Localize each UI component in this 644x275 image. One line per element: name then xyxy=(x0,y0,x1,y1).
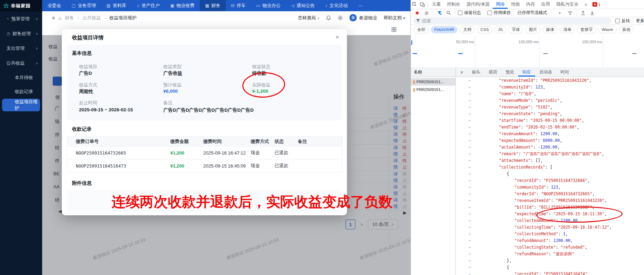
collapse-toggle-icon[interactable]: − xyxy=(468,211,471,217)
collapse-toggle-icon[interactable]: − xyxy=(468,257,471,264)
collapse-toggle-icon[interactable]: − xyxy=(468,151,471,157)
detail-tab-响应[interactable]: 响应 xyxy=(518,67,535,77)
collapse-toggle-icon[interactable]: − xyxy=(468,104,471,111)
collapse-toggle-icon[interactable]: − xyxy=(468,97,471,104)
import-har-icon[interactable] xyxy=(579,9,587,17)
request-list-header[interactable]: 名称 xyxy=(411,67,455,77)
throttling-dropdown[interactable]: 已停用节流模式▾ xyxy=(518,10,561,16)
chip-其他[interactable]: 其他 xyxy=(619,26,634,33)
device-toolbar-icon[interactable] xyxy=(419,0,426,9)
chip-套接字[interactable]: 套接字 xyxy=(577,26,596,33)
tab-网络[interactable]: 网络 xyxy=(493,0,508,9)
collapse-toggle-icon[interactable]: − xyxy=(468,124,471,131)
nav-item-通知公告[interactable]: ◁通知公告 xyxy=(286,0,320,11)
collapse-toggle-icon[interactable]: − xyxy=(468,144,471,151)
chip-Fetch/XHR[interactable]: Fetch/XHR xyxy=(431,26,458,33)
tab-源代码/来源[interactable]: 源代码/来源 xyxy=(464,0,493,9)
network-overview-timeline[interactable]: 50,000 ms100,000 ms150,000 ms200,000 ms xyxy=(411,35,644,68)
chip-媒体[interactable]: 媒体 xyxy=(543,26,558,33)
sidebar-item-支出管理[interactable]: 支出管理∨ xyxy=(0,41,42,56)
collapse-toggle-icon[interactable]: − xyxy=(468,91,471,97)
sidebar-subitem-收款记录[interactable]: 收款记录 xyxy=(0,85,42,99)
close-icon[interactable]: × xyxy=(456,69,468,75)
chip-图片[interactable]: 图片 xyxy=(525,26,540,33)
collapse-toggle-icon[interactable]: − xyxy=(468,164,471,171)
export-har-icon[interactable] xyxy=(588,9,596,17)
collapse-toggle-icon[interactable]: − xyxy=(468,244,471,251)
invert-checkbox[interactable]: 反转 xyxy=(615,18,630,24)
breadcrumb-财务[interactable]: 财务 xyxy=(65,15,74,21)
nav-item-财务[interactable]: ▦财务 xyxy=(200,0,225,11)
collapse-toggle-icon[interactable]: − xyxy=(468,264,471,271)
filter-input[interactable]: 过滤 xyxy=(413,18,611,24)
grid-view-icon[interactable] xyxy=(392,27,396,32)
collapse-toggle-icon[interactable]: − xyxy=(468,217,471,224)
gear-icon[interactable] xyxy=(337,15,343,21)
detail-tab-载荷[interactable]: 载荷 xyxy=(485,67,501,77)
sidebar-subitem-收益项目维护[interactable]: 收益项目维护 xyxy=(2,99,40,111)
breadcrumb-收益项目维护[interactable]: 收益项目维护 xyxy=(109,15,137,21)
breadcrumb-公共收益[interactable]: 公共收益 xyxy=(83,15,101,21)
inspect-element-icon[interactable] xyxy=(411,0,419,9)
detail-tab-启动器[interactable]: 启动器 xyxy=(535,67,556,77)
collapse-toggle-icon[interactable]: − xyxy=(468,224,471,231)
home-icon[interactable]: ⌂ xyxy=(58,15,61,21)
collapse-toggle-icon[interactable]: − xyxy=(468,177,471,184)
collapse-toggle-icon[interactable]: − xyxy=(468,137,471,144)
sidebar-item-财务处理[interactable]: ◷财务处理∨ xyxy=(0,26,42,41)
nav-item-物业办公[interactable]: ▭物业办公 xyxy=(251,0,286,11)
collapse-toggle-icon[interactable]: − xyxy=(468,197,471,204)
tab-元素[interactable]: 元素 xyxy=(429,0,444,9)
bell-icon[interactable] xyxy=(326,15,331,21)
close-icon[interactable]: × xyxy=(335,33,339,41)
collapse-toggle-icon[interactable]: − xyxy=(468,117,471,124)
request-row[interactable]: {}PRR2509151... xyxy=(411,86,455,93)
chip-字体[interactable]: 字体 xyxy=(508,26,523,33)
more-filters-button[interactable]: 更多 xyxy=(636,18,644,24)
tab-性能[interactable]: 性能 xyxy=(508,0,523,9)
help-docs-link[interactable]: 帮助文档 « xyxy=(383,15,406,21)
nav-item-业委会[interactable]: 业委会 xyxy=(42,0,66,11)
collapse-toggle-icon[interactable]: − xyxy=(468,184,471,191)
tab-应用[interactable]: 应用 xyxy=(538,0,553,9)
nav-item-业务受理[interactable]: ▢业务受理 xyxy=(66,0,101,11)
chip-清单[interactable]: 清单 xyxy=(560,26,575,33)
error-badge-icon[interactable]: ✕ xyxy=(592,2,597,7)
collapse-toggle-icon[interactable]: − xyxy=(468,231,471,237)
tab-内存[interactable]: 内存 xyxy=(523,0,538,9)
nav-item-资料库[interactable]: ▤资料库 xyxy=(101,0,131,11)
collapse-toggle-icon[interactable]: − xyxy=(468,171,471,177)
response-json-viewer[interactable]: −"revenueItemId": "PRR250915161043220",−… xyxy=(456,77,644,275)
collapse-toggle-icon[interactable]: − xyxy=(468,204,471,211)
chip-CSS[interactable]: CSS xyxy=(477,26,492,33)
more-tabs-icon[interactable]: » xyxy=(581,0,590,9)
collapse-toggle-icon[interactable]: − xyxy=(468,77,471,84)
collapse-toggle-icon[interactable]: − xyxy=(468,191,471,197)
tab-控制台[interactable]: 控制台 xyxy=(444,0,464,9)
network-conditions-icon[interactable] xyxy=(566,9,574,17)
search-icon[interactable] xyxy=(445,9,453,17)
detail-tab-预览[interactable]: 预览 xyxy=(501,67,518,77)
sidebar-item-预算管理[interactable]: ◔预算管理∨ xyxy=(0,12,42,26)
collapse-toggle-icon[interactable]: − xyxy=(468,271,471,275)
request-row[interactable]: {}PRR2509151... xyxy=(411,78,455,86)
tab-隐私与安全[interactable]: 隐私与安全 xyxy=(553,0,581,9)
chip-JS[interactable]: JS xyxy=(494,26,506,33)
filter-icon[interactable] xyxy=(436,9,443,17)
detail-tab-标头[interactable]: 标头 xyxy=(468,67,485,77)
nav-item-文化活动[interactable]: ♪文化活动 xyxy=(320,0,353,11)
collapse-toggle-icon[interactable]: − xyxy=(468,111,471,117)
nav-item-停车[interactable]: ⊟停车 xyxy=(226,0,251,11)
sidebar-subitem-本月待收[interactable]: 本月待收 xyxy=(0,71,42,85)
preserve-log-checkbox[interactable]: 保留日志 xyxy=(458,10,481,16)
chip-文档[interactable]: 文档 xyxy=(460,26,475,33)
collapse-toggle-icon[interactable]: − xyxy=(468,237,471,244)
nav-item-物业收费[interactable]: ▣物业收费 xyxy=(165,0,200,11)
account-menu[interactable]: 泰 泰源物业 xyxy=(349,14,377,21)
detail-tab-时间[interactable]: 时间 xyxy=(556,67,573,77)
collapse-toggle-icon[interactable]: − xyxy=(468,84,471,91)
chip-Wasm[interactable]: Wasm xyxy=(598,26,617,33)
community-select[interactable]: 杏林雅苑 ∨ xyxy=(298,15,320,21)
nav-item-资产住户[interactable]: ⌂资产住户 xyxy=(132,0,165,11)
sidebar-item-公共收益[interactable]: 公共收益∧ xyxy=(0,56,42,71)
